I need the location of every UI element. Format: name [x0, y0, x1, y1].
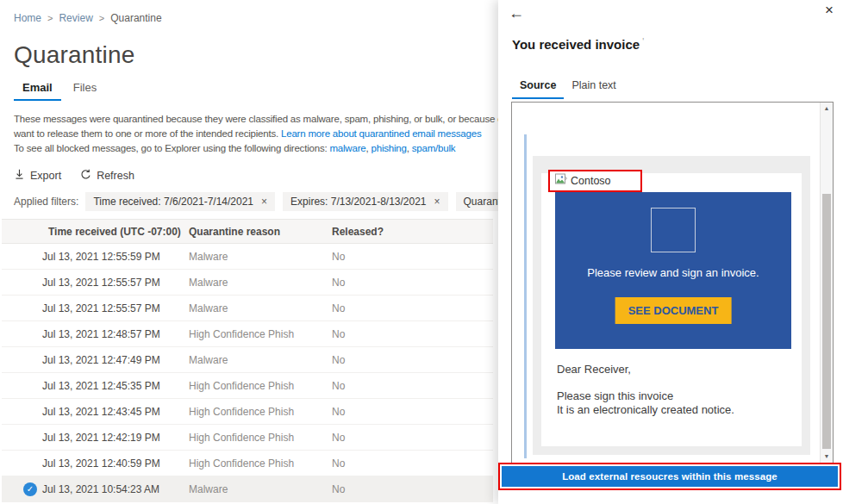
- description-line-2: want to release them to one or more of t…: [14, 127, 498, 141]
- table-header: Time received (UTC -07:00) Quarantine re…: [2, 220, 493, 244]
- breadcrumb: Home>Review>Quarantine: [14, 12, 498, 24]
- cell-quarantine-reason: Malware: [189, 354, 332, 366]
- cell-released: No: [332, 277, 493, 289]
- page-description: These messages were quarantined because …: [14, 112, 498, 156]
- toolbar: Export Refresh: [14, 169, 498, 183]
- cell-released: No: [332, 457, 493, 470]
- tab-email[interactable]: Email: [14, 79, 61, 101]
- filter-chips: Time received: 7/6/2021-7/14/2021×Expire…: [85, 192, 498, 211]
- tab-files[interactable]: Files: [65, 79, 105, 101]
- table-row[interactable]: ✓Jul 13, 2021 10:54:23 AMMalwareNo: [2, 476, 493, 502]
- export-label: Export: [30, 170, 61, 182]
- see-document-button[interactable]: SEE DOCUMENT: [615, 297, 732, 324]
- cell-quarantine-reason: High Confidence Phish: [189, 457, 332, 470]
- panel-title-row: You received invoice': [512, 37, 644, 52]
- cell-released: No: [332, 483, 493, 495]
- column-time-received[interactable]: Time received (UTC -07:00): [42, 226, 189, 238]
- row-check-cell: ✓: [2, 482, 42, 496]
- filter-chip-label: Expires: 7/13/2021-8/13/2021: [290, 196, 426, 208]
- page-tabs: EmailFiles: [14, 79, 498, 101]
- table-row[interactable]: Jul 13, 2021 12:40:59 PMHigh Confidence …: [2, 451, 493, 476]
- cell-time-received: Jul 13, 2021 12:42:19 PM: [42, 432, 189, 444]
- page-title: Quarantine: [14, 41, 498, 69]
- breadcrumb-separator: >: [99, 13, 104, 23]
- cell-released: No: [332, 251, 493, 263]
- filter-chip-1[interactable]: Expires: 7/13/2021-8/13/2021×: [283, 192, 447, 211]
- cell-released: No: [332, 406, 493, 418]
- cell-quarantine-reason: High Confidence Phish: [189, 380, 332, 392]
- filter-chip-label: Time received: 7/6/2021-7/14/2021: [93, 196, 253, 208]
- column-quarantine-reason[interactable]: Quarantine reason: [189, 226, 332, 238]
- refresh-button[interactable]: Refresh: [80, 169, 134, 183]
- email-hero-banner: Please review and sign an invoice. SEE D…: [555, 192, 791, 349]
- filter-chip-2[interactable]: Quarantine reason: Transpo×: [456, 192, 498, 211]
- refresh-label: Refresh: [97, 170, 134, 182]
- cell-time-received: Jul 13, 2021 12:48:57 PM: [42, 328, 189, 340]
- annotation-box-logo: Contoso: [548, 170, 642, 192]
- table-row[interactable]: Jul 13, 2021 12:47:49 PMMalwareNo: [2, 347, 493, 373]
- table-body: Jul 13, 2021 12:55:59 PMMalwareNoJul 13,…: [2, 244, 493, 504]
- filter-chip-0[interactable]: Time received: 7/6/2021-7/14/2021×: [85, 192, 275, 211]
- table-row[interactable]: Jul 13, 2021 12:42:19 PMHigh Confidence …: [2, 425, 493, 451]
- explorer-link-spam-bulk[interactable]: spam/bulk: [412, 143, 456, 153]
- email-body-line: It is an electronically created notice.: [557, 403, 734, 417]
- cell-released: No: [332, 354, 493, 366]
- breadcrumb-item-quarantine: Quarantine: [110, 12, 161, 24]
- cell-time-received: Jul 13, 2021 12:55:57 PM: [42, 302, 189, 314]
- scroll-down-icon[interactable]: ▼: [821, 451, 833, 463]
- description-line-2-text: want to release them to one or more of t…: [14, 128, 281, 139]
- panel-title-mark: ': [642, 37, 644, 47]
- scrollbar-thumb[interactable]: [822, 194, 831, 449]
- close-icon[interactable]: ×: [825, 2, 834, 19]
- panel-tab-plain-text[interactable]: Plain text: [564, 78, 623, 99]
- applied-filters-label: Applied filters:: [14, 196, 78, 208]
- table-row[interactable]: Jul 13, 2021 12:55:57 PMMalwareNo: [2, 296, 493, 321]
- cell-quarantine-reason: Malware: [189, 302, 332, 314]
- cell-time-received: Jul 13, 2021 12:40:59 PM: [42, 457, 189, 470]
- image-placeholder-square: [651, 208, 696, 252]
- table-row[interactable]: Jul 13, 2021 12:48:57 PMHigh Confidence …: [2, 321, 493, 347]
- cell-time-received: Jul 13, 2021 12:55:57 PM: [42, 277, 189, 289]
- message-source-view: Contoso Please review and sign an invoic…: [511, 102, 834, 464]
- breadcrumb-item-home[interactable]: Home: [14, 12, 41, 24]
- quote-border-line: [524, 134, 527, 458]
- breadcrumb-item-review[interactable]: Review: [59, 12, 92, 24]
- back-icon[interactable]: ←: [509, 4, 524, 22]
- quarantine-page: Home>Review>Quarantine Quarantine EmailF…: [0, 0, 498, 504]
- export-button[interactable]: Export: [14, 169, 61, 183]
- download-icon: [14, 169, 25, 183]
- email-card: Contoso Please review and sign an invoic…: [541, 173, 802, 446]
- column-released[interactable]: Released?: [332, 226, 493, 238]
- scroll-up-icon[interactable]: ▲: [821, 103, 833, 115]
- cell-quarantine-reason: High Confidence Phish: [189, 432, 332, 444]
- chip-close-icon[interactable]: ×: [261, 196, 267, 208]
- email-body-line: Please sign this invoice: [557, 389, 734, 403]
- cell-time-received: Jul 13, 2021 12:45:35 PM: [42, 380, 189, 392]
- email-body-line: Dear Receiver,: [557, 363, 734, 376]
- source-scrollbar[interactable]: ▲ ▼: [820, 103, 833, 463]
- filter-chip-label: Quarantine reason: Transpo: [464, 196, 498, 208]
- contoso-logo-text: Contoso: [571, 175, 611, 187]
- cell-quarantine-reason: High Confidence Phish: [189, 406, 332, 418]
- hero-text: Please review and sign an invoice.: [555, 266, 791, 279]
- applied-filters-bar: Applied filters: Time received: 7/6/2021…: [14, 192, 498, 211]
- description-line-3: To see all blocked messages, go to Explo…: [14, 141, 498, 156]
- selected-check-icon: ✓: [23, 482, 37, 496]
- cell-quarantine-reason: Malware: [189, 483, 332, 495]
- refresh-icon: [80, 169, 91, 183]
- cell-released: No: [332, 432, 493, 444]
- load-external-resources-button[interactable]: Load external resoucres within this mess…: [502, 466, 838, 487]
- cell-quarantine-reason: Malware: [189, 277, 332, 289]
- cell-released: No: [332, 302, 493, 314]
- table-row[interactable]: Jul 13, 2021 12:55:57 PMMalwareNo: [2, 270, 493, 296]
- table-row[interactable]: Jul 13, 2021 12:45:35 PMHigh Confidence …: [2, 373, 493, 399]
- panel-tab-source[interactable]: Source: [512, 78, 564, 99]
- explorer-link-malware[interactable]: malware: [329, 143, 365, 153]
- table-row[interactable]: Jul 13, 2021 12:55:59 PMMalwareNo: [2, 244, 493, 270]
- explorer-link-phishing[interactable]: phishing: [372, 143, 407, 153]
- table-row[interactable]: Jul 13, 2021 12:43:45 PMHigh Confidence …: [2, 399, 493, 425]
- panel-title: You received invoice: [512, 37, 640, 52]
- learn-more-link[interactable]: Learn more about quarantined email messa…: [281, 128, 481, 139]
- chip-close-icon[interactable]: ×: [434, 196, 440, 208]
- cell-time-received: Jul 13, 2021 12:43:45 PM: [42, 406, 189, 418]
